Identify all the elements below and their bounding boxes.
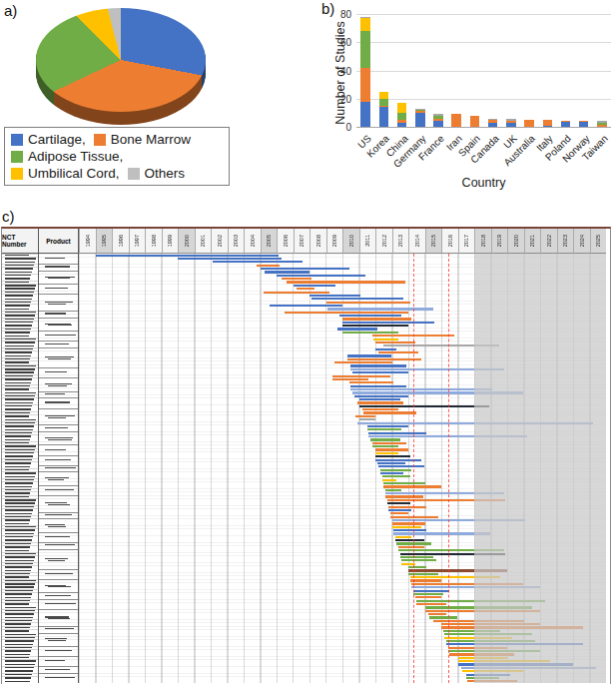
gantt-bar	[410, 579, 441, 581]
product-name-text	[45, 677, 75, 678]
figure-canvas: a) Cartilage,Bone MarrowAdipose Tissue,U…	[0, 0, 616, 684]
nct-id-text	[5, 342, 35, 342]
stacked-bar	[506, 14, 516, 127]
panel-c: c) NCT Number Product 199419951996199719…	[0, 210, 616, 684]
legend-swatch-undefined	[11, 134, 23, 146]
product-group-separator	[39, 599, 78, 600]
year-label: 1999	[167, 235, 173, 247]
year-header-2014: 2014	[408, 229, 425, 254]
product-group-separator	[39, 485, 78, 486]
bar-segment-blue	[561, 122, 571, 127]
product-group-separator	[39, 331, 78, 332]
bar-segment-green	[597, 123, 607, 125]
nct-id-text	[5, 650, 31, 651]
gantt-bar	[388, 509, 411, 511]
nct-id-text	[5, 392, 36, 393]
gantt-bar	[428, 613, 446, 615]
year-header-2013: 2013	[392, 229, 409, 254]
year-label: 1996	[118, 235, 124, 247]
year-label: 1995	[101, 235, 107, 247]
year-label: 2016	[447, 235, 453, 247]
year-header-2015: 2015	[425, 229, 442, 254]
product-group-separator	[39, 666, 78, 667]
nct-id-text	[5, 486, 32, 487]
gantt-bar	[368, 432, 426, 434]
y-tick-label: 60	[325, 37, 351, 48]
year-header-2021: 2021	[524, 229, 541, 254]
year-header-2012: 2012	[375, 229, 392, 254]
nct-id-text	[5, 550, 29, 551]
y-tick-label: 0	[325, 122, 351, 133]
gantt-bar	[342, 322, 434, 324]
product-group-separator	[39, 347, 78, 348]
gantt-bar	[213, 261, 304, 263]
year-header-2024: 2024	[573, 229, 590, 254]
product-name-text	[45, 650, 72, 651]
stacked-bar	[379, 14, 389, 127]
gantt-bar	[362, 408, 398, 410]
gantt-bar	[347, 354, 392, 356]
year-label: 2020	[513, 235, 519, 247]
nct-id-text	[5, 371, 34, 372]
year-label: 1997	[134, 235, 140, 247]
nct-id-text	[5, 351, 32, 352]
nct-id-text	[5, 640, 34, 641]
nct-id-text	[5, 546, 30, 547]
year-header-2017: 2017	[458, 229, 475, 254]
year-label: 2019	[496, 235, 502, 247]
nct-id-text	[5, 388, 29, 389]
bar-segment-green	[415, 110, 425, 111]
gantt-bar	[352, 371, 408, 373]
nct-id-text	[5, 482, 33, 483]
product-name-text	[48, 304, 66, 305]
nct-id-text	[5, 674, 32, 675]
gantt-bar	[332, 378, 368, 380]
gantt-bar	[363, 411, 416, 413]
product-name-text	[45, 669, 70, 670]
nct-id-text	[5, 445, 36, 446]
year-header-1999: 1999	[162, 229, 179, 254]
year-label: 2007	[299, 235, 305, 247]
year-label: 2017	[463, 235, 469, 247]
gantt-bar	[415, 596, 441, 598]
nct-id-text	[5, 385, 30, 386]
gantt-bar	[342, 332, 398, 334]
stacked-bar	[360, 14, 370, 127]
nct-id-text	[5, 566, 32, 567]
product-name-text	[45, 459, 71, 460]
gantt-bar	[350, 385, 406, 387]
nct-id-text	[5, 539, 32, 540]
gantt-bar	[359, 398, 400, 400]
product-name-text	[45, 595, 71, 596]
gantt-bar	[429, 616, 457, 618]
product-name-text	[45, 371, 67, 372]
nct-id-text	[5, 634, 36, 635]
nct-id-text	[5, 583, 35, 584]
nct-id-text	[5, 268, 33, 269]
bar-segment-orange	[597, 125, 607, 127]
bar-segment-gray	[597, 121, 607, 123]
bar-segment-green	[397, 113, 407, 120]
bar-segment-orange	[579, 121, 589, 122]
gantt-bar	[264, 292, 329, 294]
product-group-separator	[39, 569, 78, 570]
nct-id-text	[5, 479, 34, 480]
nct-id-text	[5, 452, 34, 453]
product-name-text	[48, 560, 65, 561]
nct-id-text	[5, 302, 31, 303]
nct-id-text	[5, 309, 29, 310]
gantt-bar	[354, 395, 408, 397]
product-name-text	[45, 573, 73, 574]
nct-id-text	[5, 620, 32, 621]
nct-id-text	[5, 319, 34, 320]
nct-id-text	[5, 647, 32, 648]
product-group-separator	[39, 391, 78, 392]
gantt-bar	[375, 452, 398, 454]
year-header-1995: 1995	[96, 229, 113, 254]
year-header-2020: 2020	[507, 229, 524, 254]
product-name-text	[45, 514, 72, 515]
product-group-separator	[39, 626, 78, 627]
nct-id-text	[5, 315, 35, 316]
product-name-text	[48, 278, 70, 279]
nct-id-text	[5, 476, 35, 477]
